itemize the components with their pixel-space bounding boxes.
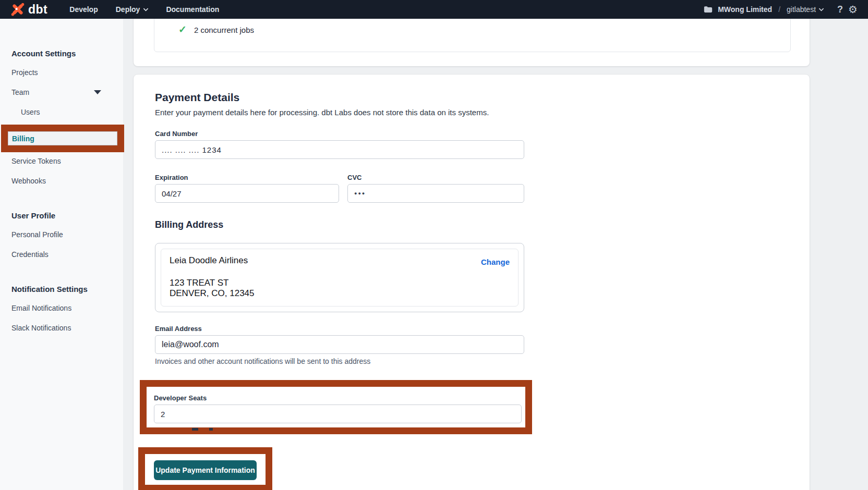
sidebar-heading-user-profile: User Profile — [0, 211, 123, 220]
expiration-label: Expiration — [155, 174, 339, 182]
help-icon[interactable]: ? — [837, 4, 843, 15]
sidebar-item-projects[interactable]: Projects — [0, 68, 123, 77]
address-line2: DENVER, CO, 12345 — [170, 288, 510, 299]
card-number-label: Card Number — [155, 130, 524, 138]
dbt-logo-icon — [10, 2, 25, 17]
dbt-wordmark: dbt — [28, 3, 47, 17]
dbt-logo[interactable]: dbt — [10, 2, 47, 17]
navbar-menu: Develop Deploy Documentation — [69, 5, 219, 14]
change-address-link[interactable]: Change — [481, 258, 510, 266]
email-label: Email Address — [155, 325, 524, 333]
cvc-input[interactable]: ●●● — [347, 184, 524, 203]
sidebar-item-users[interactable]: Users — [0, 108, 123, 116]
sidebar-item-service-tokens[interactable]: Service Tokens — [0, 157, 123, 165]
expiration-input[interactable]: 04/27 — [155, 184, 339, 203]
sidebar-item-slack-notifications[interactable]: Slack Notifications — [0, 324, 123, 332]
sidebar-item-credentials[interactable]: Credentials — [0, 250, 123, 259]
update-payment-button[interactable]: Update Payment Information — [154, 460, 257, 480]
sidebar-heading-notification-settings: Notification Settings — [0, 285, 123, 293]
payment-details-card: Payment Details Enter your payment detai… — [134, 75, 810, 490]
plan-feature-text: 2 concurrent jobs — [194, 26, 254, 34]
check-icon: ✓ — [178, 25, 187, 34]
expiration-group: Expiration 04/27 — [155, 174, 339, 203]
chevron-down-icon — [818, 7, 824, 12]
billing-address-box: Leia Doodle Airlines Change 123 TREAT ST… — [155, 243, 524, 312]
obscured-text-fragment — [192, 428, 198, 431]
payment-details-title: Payment Details — [155, 91, 524, 104]
account-name[interactable]: MWong Limited — [718, 5, 772, 14]
usage-card: You are currently using 1 seat ✓ 2 concu… — [134, 10, 810, 66]
plan-feature-row: ✓ 2 concurrent jobs — [178, 25, 254, 34]
folder-icon — [704, 6, 713, 13]
breadcrumb-separator: / — [777, 5, 781, 14]
email-help-text: Invoices and other account notifications… — [155, 357, 524, 365]
card-number-group: Card Number .... .... .... 1234 — [155, 130, 524, 159]
annotation-box-update-button: Update Payment Information — [138, 447, 272, 490]
nav-item-develop[interactable]: Develop — [69, 5, 98, 14]
billing-address-title: Billing Address — [155, 211, 524, 230]
email-input[interactable]: leia@woof.com — [155, 335, 524, 354]
sidebar-item-webhooks[interactable]: Webhooks — [0, 177, 123, 185]
top-navbar: dbt Develop Deploy Documentation MWong L… — [0, 0, 868, 19]
sidebar-item-email-notifications[interactable]: Email Notifications — [0, 304, 123, 312]
developer-seats-input[interactable]: 2 — [154, 405, 522, 423]
billing-address-inner: Leia Doodle Airlines Change 123 TREAT ST… — [161, 249, 519, 307]
developer-seats-label: Developer Seats — [154, 394, 522, 402]
navbar-right: MWong Limited / gitlabtest ? ⚙ — [704, 4, 858, 15]
nav-item-deploy[interactable]: Deploy — [116, 5, 149, 14]
card-number-input[interactable]: .... .... .... 1234 — [155, 140, 524, 159]
caret-down-icon — [94, 90, 101, 94]
sidebar-heading-account-settings: Account Settings — [0, 49, 123, 58]
annotation-box-billing: Billing — [1, 125, 124, 152]
gear-icon[interactable]: ⚙ — [848, 4, 858, 15]
address-line1: 123 TREAT ST — [170, 278, 510, 288]
settings-sidebar: Account Settings Projects Team Users Bil… — [0, 19, 123, 490]
chevron-down-icon — [143, 7, 148, 12]
sidebar-item-billing[interactable]: Billing — [8, 131, 117, 145]
billing-address-name: Leia Doodle Airlines — [170, 255, 248, 266]
sidebar-item-team[interactable]: Team — [0, 88, 123, 96]
email-group: Email Address leia@woof.com Invoices and… — [155, 325, 524, 365]
billing-address-lines: 123 TREAT ST DENVER, CO, 12345 — [170, 278, 510, 299]
main-content: You are currently using 1 seat ✓ 2 concu… — [134, 19, 810, 490]
cvc-group: CVC ●●● — [347, 174, 524, 203]
project-selector[interactable]: gitlabtest — [787, 5, 824, 14]
obscured-text-fragment — [209, 428, 213, 431]
nav-item-documentation[interactable]: Documentation — [166, 5, 219, 14]
sidebar-item-personal-profile[interactable]: Personal Profile — [0, 230, 123, 239]
cvc-label: CVC — [347, 174, 524, 182]
annotation-box-developer-seats: Developer Seats 2 — [140, 380, 532, 434]
payment-details-subtitle: Enter your payment details here for proc… — [155, 108, 524, 117]
